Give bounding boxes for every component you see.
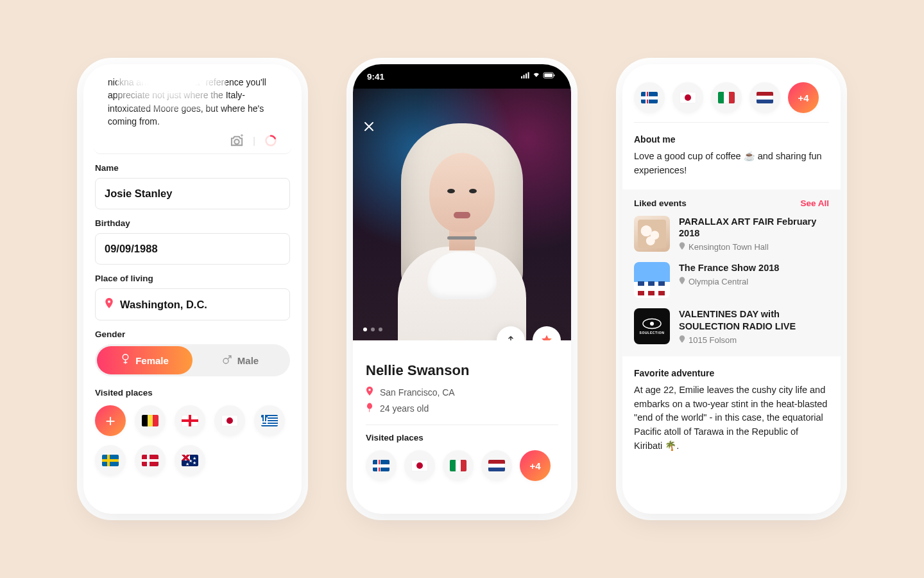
- profile-hero[interactable]: [353, 89, 571, 340]
- event-thumb: [634, 216, 670, 252]
- place-label: Place of living: [95, 274, 290, 283]
- event-thumb: SOULECTION: [634, 308, 670, 344]
- svg-rect-7: [524, 74, 525, 78]
- place-value: Washington, D.C.: [120, 299, 207, 311]
- gender-male-label: Male: [237, 355, 259, 366]
- male-icon: [222, 355, 232, 367]
- flag-iceland[interactable]: [634, 82, 665, 113]
- svg-rect-12: [554, 74, 554, 76]
- see-all-link[interactable]: See All: [800, 198, 829, 208]
- event-item[interactable]: SOULECTION VALENTINES DAY with SOULECTIO…: [634, 308, 829, 345]
- flag-japan[interactable]: [672, 82, 703, 113]
- liked-events-label: Liked events: [634, 198, 687, 208]
- phone-profile-detail: +4 About me Love a good cup of coffee ☕ …: [622, 64, 841, 514]
- profile-location: San Francisco, CA: [380, 387, 455, 398]
- profile-name: Nellie Swanson: [366, 362, 558, 379]
- close-button[interactable]: [363, 119, 375, 136]
- event-location: Olympia Central: [689, 277, 748, 286]
- name-input[interactable]: Josie Stanley: [95, 178, 290, 209]
- liked-events-section: Liked events See All PARALLAX ART FAIR F…: [622, 189, 841, 356]
- event-location: Kensington Town Hall: [689, 242, 769, 252]
- profile-age: 24 years old: [380, 403, 429, 414]
- status-icons: [521, 72, 557, 82]
- favorite-button[interactable]: [533, 326, 561, 340]
- name-value: Josie Stanley: [105, 188, 172, 199]
- place-input[interactable]: Washington, D.C.: [95, 288, 290, 320]
- visited-label: Visited places: [366, 433, 558, 442]
- visited-flags: +: [83, 405, 302, 476]
- flag-belgium[interactable]: [135, 405, 166, 436]
- event-location: 1015 Folsom: [689, 335, 737, 345]
- flag-japan[interactable]: [214, 405, 245, 436]
- favorite-adventure-text: At age 22, Emilie leaves the cushy city …: [634, 383, 829, 453]
- event-title: The France Show 2018: [679, 262, 779, 274]
- flag-japan[interactable]: [404, 450, 435, 481]
- flag-greece[interactable]: [254, 405, 285, 436]
- svg-point-13: [368, 389, 371, 391]
- event-item[interactable]: PARALLAX ART FAIR February 2018 Kensingt…: [634, 216, 829, 252]
- birthday-label: Birthday: [95, 218, 290, 228]
- svg-point-4: [123, 355, 128, 360]
- flag-georgia[interactable]: [175, 405, 205, 436]
- status-time: 9:41: [367, 72, 384, 82]
- svg-point-16: [650, 322, 654, 326]
- flag-denmark[interactable]: [135, 445, 166, 476]
- event-thumb: [634, 262, 670, 298]
- more-flags-button[interactable]: +4: [520, 450, 551, 481]
- camera-add-icon[interactable]: +: [230, 134, 244, 147]
- pin-icon: [105, 298, 114, 311]
- visited-label: Visited places: [95, 388, 290, 398]
- loading-spinner-icon: [264, 134, 277, 147]
- gender-female-label: Female: [135, 355, 169, 366]
- bio-textarea[interactable]: nickna and the "Sophia" reference you'll…: [94, 64, 291, 154]
- svg-rect-11: [544, 73, 552, 77]
- carousel-dots[interactable]: [363, 328, 382, 331]
- flag-netherlands[interactable]: [749, 82, 780, 113]
- favorite-adventure-label: Favorite adventure: [634, 368, 829, 378]
- bio-text: nickna and the "Sophia" reference you'll…: [108, 77, 266, 127]
- svg-point-14: [367, 403, 372, 409]
- svg-point-3: [108, 301, 110, 303]
- flag-italy[interactable]: [711, 82, 742, 113]
- birthday-value: 09/09/1988: [105, 243, 158, 254]
- female-icon: [121, 354, 130, 367]
- event-title: VALENTINES DAY with SOULECTION RADIO LIV…: [679, 308, 829, 333]
- more-flags-count: +4: [798, 92, 809, 103]
- balloon-icon: [366, 403, 373, 414]
- flag-iceland[interactable]: [366, 450, 397, 481]
- pin-icon: [679, 335, 685, 345]
- flag-australia[interactable]: [175, 445, 205, 476]
- phone-profile-view: 9:41 Nellie Swanson: [353, 64, 571, 514]
- about-label: About me: [634, 134, 829, 144]
- more-flags-button[interactable]: +4: [788, 82, 819, 113]
- svg-text:+: +: [241, 134, 244, 139]
- svg-rect-9: [528, 72, 529, 78]
- share-button[interactable]: [497, 326, 525, 340]
- svg-rect-8: [526, 73, 527, 78]
- gender-option-female[interactable]: Female: [97, 346, 193, 374]
- event-item[interactable]: The France Show 2018 Olympia Central: [634, 262, 829, 298]
- notch: [411, 64, 513, 81]
- add-place-button[interactable]: +: [95, 405, 126, 436]
- flag-italy[interactable]: [443, 450, 474, 481]
- phone-edit-profile: nickna and the "Sophia" reference you'll…: [83, 64, 302, 514]
- svg-rect-6: [521, 76, 522, 78]
- birthday-input[interactable]: 09/09/1988: [95, 233, 290, 265]
- gender-label: Gender: [95, 329, 290, 339]
- flag-netherlands[interactable]: [481, 450, 512, 481]
- profile-photo: [401, 123, 523, 340]
- flag-sweden[interactable]: [95, 445, 126, 476]
- gender-segmented: Female Male: [95, 344, 290, 376]
- event-title: PARALLAX ART FAIR February 2018: [679, 216, 829, 240]
- svg-point-5: [223, 358, 228, 363]
- about-text: Love a good cup of coffee ☕ and sharing …: [634, 150, 829, 178]
- gender-option-male[interactable]: Male: [193, 346, 288, 374]
- name-label: Name: [95, 163, 290, 173]
- more-flags-count: +4: [529, 460, 540, 471]
- pin-icon: [679, 277, 685, 286]
- pin-icon: [679, 242, 685, 252]
- pin-icon: [366, 387, 373, 398]
